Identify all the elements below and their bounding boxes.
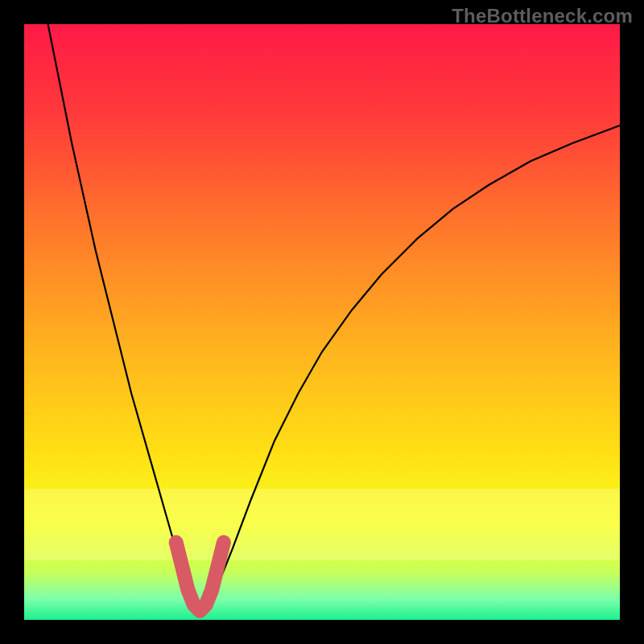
chart-plot-area	[24, 24, 620, 620]
chart-svg	[24, 24, 620, 620]
pale-horizontal-band	[24, 489, 620, 560]
outer-frame: TheBottleneck.com	[0, 0, 644, 644]
